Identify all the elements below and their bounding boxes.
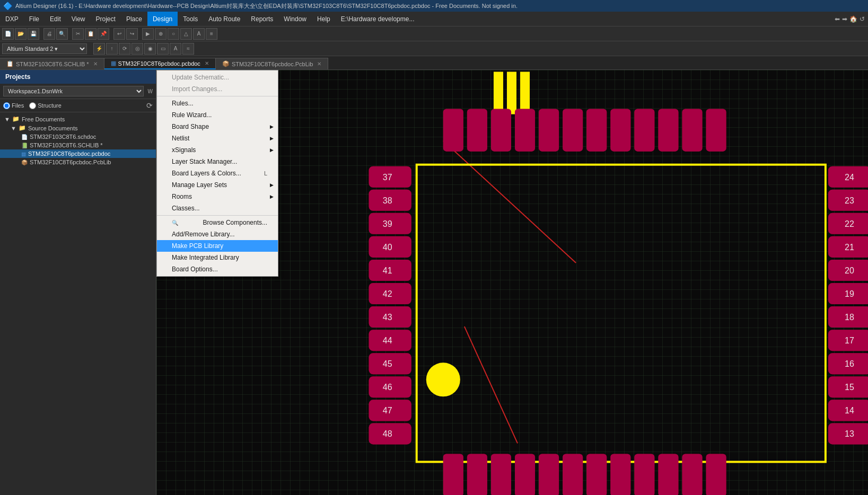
workspace-dropdown[interactable]: Workspace1.DsnWrk — [3, 86, 144, 96]
standard-combo[interactable]: Altium Standard 2 ▾ — [2, 43, 87, 54]
tb-open[interactable]: 📂 — [15, 28, 27, 40]
projects-header: Projects — [0, 70, 156, 84]
menu-path[interactable]: E:\Hardware developme... — [336, 12, 420, 26]
tab-pcbdoc[interactable]: ▦ STM32F10C8T6pcbdoc.pcbdoc ✕ — [104, 58, 216, 69]
tb-b1[interactable]: ▶ — [142, 28, 154, 40]
tb-save[interactable]: 💾 — [28, 28, 39, 40]
radio-files[interactable] — [3, 102, 10, 109]
menu-rooms[interactable]: Rooms — [157, 191, 278, 202]
tb2-b3[interactable]: ⟳ — [119, 43, 130, 55]
menu-layer-stack-manager[interactable]: Layer Stack Manager... — [157, 156, 278, 167]
tb-undo[interactable]: ↩ — [113, 28, 125, 40]
menu-browse-components[interactable]: 🔍 Browse Components... — [157, 217, 278, 228]
folder-icon: 📁 — [12, 116, 20, 122]
menu-file[interactable]: File — [24, 12, 45, 26]
tb-b4[interactable]: △ — [180, 28, 192, 40]
tb2-b5[interactable]: ◉ — [144, 43, 156, 55]
tree-pcbdoc[interactable]: ▦ STM32F10C8T6pcbdoc.pcbdoc — [0, 149, 156, 158]
menu-window[interactable]: Window — [278, 12, 312, 26]
menu-board-options[interactable]: Board Options... — [157, 263, 278, 275]
nav-back-icon[interactable]: ⬅ — [835, 15, 840, 23]
refresh-tree-icon[interactable]: ⟳ — [146, 101, 153, 110]
menu-help[interactable]: Help — [312, 12, 336, 26]
tb2-b7[interactable]: A — [170, 43, 181, 55]
tb2-b2[interactable]: ↑ — [106, 43, 118, 55]
menu-netlist[interactable]: Netlist — [157, 132, 278, 144]
menu-edit[interactable]: Edit — [45, 12, 66, 26]
radio-structure[interactable] — [29, 102, 36, 109]
svg-text:22: 22 — [845, 219, 854, 228]
tb-redo[interactable]: ↪ — [126, 28, 138, 40]
menu-tools[interactable]: Tools — [178, 12, 203, 26]
tb-cut[interactable]: ✂ — [72, 28, 84, 40]
menu-autoroute[interactable]: Auto Route — [203, 12, 246, 26]
pcblib-label: STM32F10C8T6pcbdoc.PcbLib — [30, 159, 111, 165]
tab-schlib[interactable]: 📋 STM32F103C8T6.SCHLIB * ✕ — [0, 58, 104, 69]
tb-b3[interactable]: ○ — [168, 28, 179, 40]
pcbdoc-label: STM32F10C8T6pcbdoc.pcbdoc — [28, 151, 110, 157]
menu-rule-wizard[interactable]: Rule Wizard... — [157, 109, 278, 121]
tb-b6[interactable]: ≡ — [206, 28, 217, 40]
svg-rect-43 — [443, 454, 463, 495]
menu-classes[interactable]: Classes... — [157, 202, 278, 214]
refresh-icon[interactable]: ↺ — [860, 15, 865, 23]
tb2-b4[interactable]: ◎ — [131, 43, 143, 55]
tb-paste[interactable]: 📌 — [98, 28, 109, 40]
tab-schlib-close[interactable]: ✕ — [93, 61, 98, 67]
menu-project[interactable]: Project — [91, 12, 121, 26]
tb-b2[interactable]: ⊕ — [155, 28, 166, 40]
svg-rect-26 — [610, 109, 630, 152]
tb2-b6[interactable]: ▭ — [157, 43, 169, 55]
tab-pcb-icon: ▦ — [111, 60, 116, 67]
tab-pcblib-icon: 📦 — [222, 60, 230, 67]
svg-rect-20 — [467, 109, 487, 152]
tree-free-documents[interactable]: ▼ 📁 Free Documents — [0, 114, 156, 123]
browse-icon: 🔍 — [172, 220, 178, 226]
add-remove-label: Add/Remove Library... — [172, 231, 235, 238]
menu-manage-layer-sets[interactable]: Manage Layer Sets — [157, 179, 278, 191]
menu-import-changes[interactable]: Import Changes... — [157, 83, 278, 95]
classes-label: Classes... — [172, 205, 200, 212]
menu-make-integrated-library[interactable]: Make Integrated Library — [157, 252, 278, 263]
menu-view[interactable]: View — [66, 12, 91, 26]
menu-reports[interactable]: Reports — [246, 12, 278, 26]
menu-xsignals[interactable]: xSignals — [157, 144, 278, 156]
menu-update-schematic[interactable]: Update Schematic... — [157, 72, 278, 83]
menu-make-pcb-library[interactable]: Make PCB Library — [157, 240, 278, 252]
tab-pcblib[interactable]: 📦 STM32F10C8T6pcbdoc.PcbLib ✕ — [216, 58, 328, 69]
menu-add-remove-library[interactable]: Add/Remove Library... — [157, 228, 278, 240]
nav-forward-icon[interactable]: ➡ — [842, 15, 847, 23]
menu-board-layers-colors[interactable]: Board Layers & Colors... L — [157, 167, 278, 179]
svg-text:37: 37 — [383, 172, 392, 182]
radio-structure-label[interactable]: Structure — [29, 102, 62, 109]
tb-new[interactable]: 📄 — [2, 28, 14, 40]
design-menu: Update Schematic... Import Changes... Ru… — [156, 70, 278, 277]
canvas-area[interactable]: 37 38 39 40 41 42 43 — [156, 70, 868, 495]
radio-files-label[interactable]: Files — [3, 102, 24, 109]
svg-rect-4 — [494, 72, 503, 114]
tab-pcblib-close[interactable]: ✕ — [317, 61, 321, 67]
tree-source-documents[interactable]: ▼ 📁 Source Documents — [0, 123, 156, 132]
svg-rect-44 — [467, 454, 487, 495]
tree-pcblib[interactable]: 📦 STM32F10C8T6pcbdoc.PcbLib — [0, 158, 156, 166]
menu-dxp[interactable]: DXP — [0, 12, 24, 26]
menu-design[interactable]: Design — [147, 12, 178, 26]
svg-rect-23 — [539, 109, 559, 152]
tb2-b8[interactable]: ≈ — [182, 43, 194, 55]
menu-place[interactable]: Place — [121, 12, 147, 26]
menu-rules[interactable]: Rules... — [157, 98, 278, 109]
tb-print[interactable]: 🖨 — [43, 28, 55, 40]
menu-board-shape[interactable]: Board Shape — [157, 121, 278, 132]
tab-pcb-close[interactable]: ✕ — [205, 60, 209, 66]
home-icon[interactable]: 🏠 — [849, 15, 857, 23]
svg-rect-45 — [491, 454, 511, 495]
tb-zoom-in[interactable]: 🔍 — [56, 28, 68, 40]
tb-b5[interactable]: A — [193, 28, 205, 40]
tb-copy[interactable]: 📋 — [85, 28, 97, 40]
tb2-b1[interactable]: ⚡ — [93, 43, 105, 55]
tree-schlib[interactable]: 📗 STM32F103C8T6.SCHLIB * — [0, 141, 156, 149]
svg-rect-47 — [539, 454, 559, 495]
svg-text:15: 15 — [845, 382, 854, 392]
radio-bar: Files Structure ⟳ — [0, 99, 156, 112]
tree-schdoc[interactable]: 📄 STM32F103C8T6.schdoc — [0, 132, 156, 141]
